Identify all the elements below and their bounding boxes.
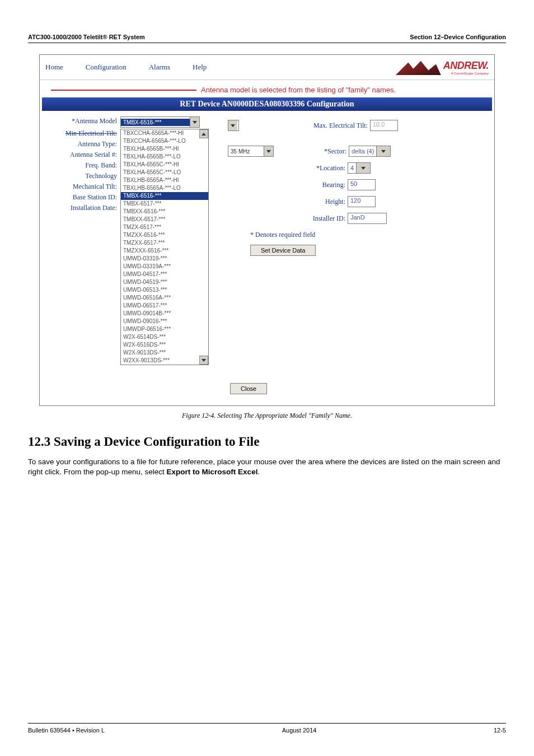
config-title-bar: RET Device AN0000DESA080303396 Configura… [42,97,492,111]
dropdown-option[interactable]: UMWD-06513-*** [121,286,208,294]
left-column: *Antenna Model TMBX-6516-*** Min Electri… [50,116,223,365]
label-bearing: Bearing: [228,181,345,189]
scroll-down-icon[interactable] [199,356,208,365]
dropdown-option[interactable]: TMZXX-6516-*** [121,231,208,239]
dropdown-option[interactable]: TBXLHA-6565B-***-LO [121,153,208,161]
chevron-down-icon[interactable] [264,146,273,156]
location-select[interactable]: 4 [348,162,371,174]
freq-dropdown[interactable]: 35 MHz [228,146,274,157]
label-antenna-serial: Antenna Serial #: [50,150,120,159]
dropdown-option[interactable]: TMBX-6517-*** [121,200,208,208]
chevron-down-icon[interactable] [228,120,237,130]
dropdown-option[interactable]: TMZXXX-6516-*** [121,247,208,255]
header-left: ATC300-1000/2000 Teletilt® RET System [28,34,145,40]
label-sector: *Sector: [291,147,346,156]
body-text: To save your configurations to a file fo… [28,458,500,476]
close-button[interactable]: Close [230,383,267,394]
chevron-down-icon[interactable] [190,117,199,127]
chevron-down-icon[interactable] [356,163,370,173]
freq-value: 35 MHz [228,148,264,155]
label-height: Height: [228,198,345,206]
header-right: Section 12–Device Configuration [410,34,506,40]
label-antenna-model: *Antenna Model [50,116,120,125]
menu-configuration[interactable]: Configuration [86,63,127,72]
label-technology: Technology [50,171,120,180]
annotation-row: Antenna model is selected from the listi… [40,80,494,97]
footer-center: August 2014 [282,727,317,734]
antenna-model-value: TMBX-6516-*** [121,119,190,126]
section-heading: 12.3 Saving a Device Configuration to Fi… [28,435,506,449]
dropdown-option[interactable]: W2X-9013DS-*** [121,349,208,357]
dropdown-option[interactable]: UMWD-06517-*** [121,302,208,310]
small-dropdown-1[interactable] [228,120,239,131]
height-input[interactable]: 120 [348,196,376,207]
sector-value: delta (4) [349,148,376,155]
dropdown-option[interactable]: TBXCCHA-6565A-***-HI [121,129,208,137]
form-area: *Antenna Model TMBX-6516-*** Min Electri… [40,111,494,374]
dropdown-option[interactable]: UMWD-09014B-*** [121,310,208,318]
right-column: Max. Electrical Tilt: 10.0 35 MHz *Secto… [228,116,484,365]
logo-subtext: A CommScope Company [443,72,489,75]
menu-bar: Home Configuration Alarms Help ANDREW. A… [40,55,494,80]
mountain-icon [391,59,441,75]
label-max-tilt: Max. Electrical Tilt: [289,122,368,130]
body-tail: . [257,468,260,476]
footer-right: 12-5 [494,727,506,734]
body-paragraph: To save your configurations to a file fo… [28,457,506,477]
menu-help[interactable]: Help [193,63,207,72]
scroll-up-icon[interactable] [199,129,208,138]
max-tilt-value: 10.0 [370,120,398,131]
andrew-logo: ANDREW. A CommScope Company [391,59,489,75]
label-base-station: Base Station ID: [50,193,120,202]
chevron-down-icon[interactable] [376,146,390,156]
location-value: 4 [348,165,356,171]
dropdown-option[interactable]: TBXLHB-6565A-***-LO [121,184,208,192]
dropdown-option[interactable]: UMWD-03319-*** [121,255,208,263]
label-mech-tilt: Mechanical Tilt: [50,182,120,191]
annotation-line [51,90,196,91]
dropdown-option[interactable]: TMBXX-6517-*** [121,216,208,223]
dropdown-option[interactable]: TMBXX-6516-*** [121,208,208,216]
close-row: Close [40,374,494,405]
dropdown-option[interactable]: W2XX-9013DS-*** [121,357,208,365]
label-location: *Location: [228,164,345,172]
denotes-required: * Denotes required field [250,231,484,239]
antenna-model-option-list[interactable]: TBXCCHA-6565A-***-HITBXCCHA-6565A-***-LO… [120,129,209,365]
dropdown-option[interactable]: W2X-6516DS-*** [121,341,208,349]
dropdown-option[interactable]: TBXCCHA-6565A-***-LO [121,137,208,145]
label-min-tilt: Min Electrical Tilt: [50,129,120,138]
dropdown-option[interactable]: TBXLHA-6565B-***-HI [121,145,208,153]
dropdown-option[interactable]: UMWD-03319A-*** [121,263,208,270]
label-antenna-type: Antenna Type: [50,139,120,148]
dropdown-option[interactable]: W2X-6514DS-*** [121,333,208,341]
label-install-date: Installation Date: [50,203,120,212]
dropdown-option[interactable]: UMWD-09016-*** [121,318,208,325]
dropdown-option[interactable]: TMZX-6517-*** [121,223,208,231]
menu-home[interactable]: Home [45,63,63,72]
dropdown-option[interactable]: UMWD-04517-*** [121,270,208,278]
page-header: ATC300-1000/2000 Teletilt® RET System Se… [28,34,506,43]
dropdown-option[interactable]: TBXLHB-6565A-***-HI [121,176,208,184]
antenna-model-dropdown[interactable]: TMBX-6516-*** [120,116,200,128]
annotation-text: Antenna model is selected from the listi… [201,86,396,94]
installer-input[interactable]: JanD [348,213,387,224]
body-bold: Export to Microsoft Excel [167,468,258,476]
dropdown-option[interactable]: TBXLHA-6565C-***-HI [121,161,208,169]
figure-caption: Figure 12-4. Selecting The Appropriate M… [28,412,506,420]
logo-text: ANDREW. [443,60,489,72]
sector-select[interactable]: delta (4) [349,146,391,157]
dropdown-option[interactable]: UMWDP-06516-*** [121,325,208,333]
dropdown-option[interactable]: UMWD-04519-*** [121,278,208,286]
dropdown-option[interactable]: TMBX-6516-*** [121,192,208,200]
label-freq-band: Freq. Band: [50,161,120,170]
dropdown-option[interactable]: TBXLHA-6565C-***-LO [121,169,208,176]
menu-alarms[interactable]: Alarms [149,63,170,72]
footer-left: Bulletin 639544 • Revision L [28,727,105,734]
label-installer: Installer ID: [228,214,345,223]
dropdown-option[interactable]: UMWD-06516A-*** [121,294,208,302]
page-footer: Bulletin 639544 • Revision L August 2014… [28,723,506,734]
screenshot-container: Home Configuration Alarms Help ANDREW. A… [39,54,495,406]
bearing-input[interactable]: 50 [348,179,376,190]
set-device-data-button[interactable]: Set Device Data [250,245,316,256]
dropdown-option[interactable]: TMZXX-6517-*** [121,239,208,247]
